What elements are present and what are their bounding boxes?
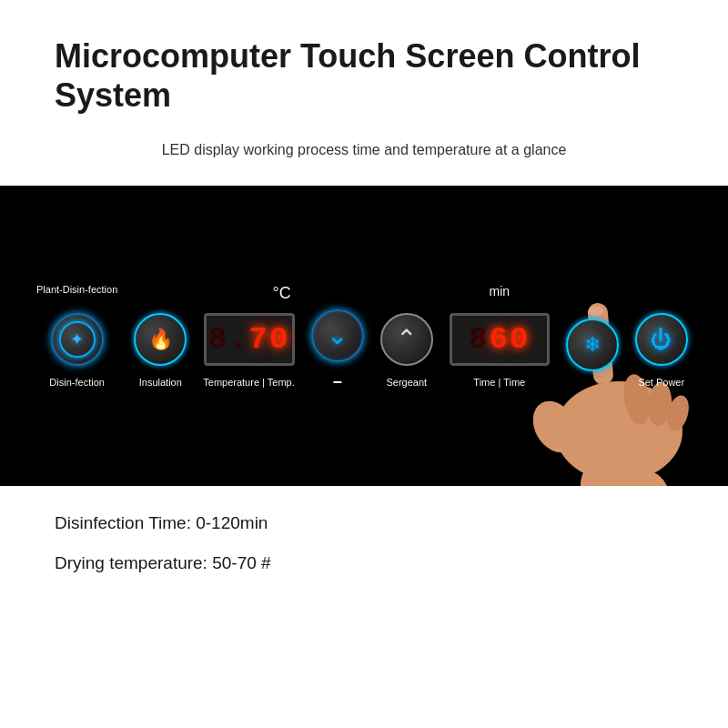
- temperature-label: Temperature | Temp.: [203, 377, 294, 389]
- disinfection-label: Disin-fection: [49, 377, 105, 389]
- insulation-group: Insulation: [134, 284, 187, 389]
- bottom-section: Disinfection Time: 0-120min Drying tempe…: [0, 486, 728, 728]
- time-group: min 860 Time | Time: [450, 284, 550, 389]
- celsius-unit: °C: [273, 284, 295, 306]
- spec-drying-temp: Drying temperature: 50-70 #: [55, 553, 673, 573]
- set-power-combined-label: Set Power: [638, 377, 684, 389]
- page-title: Microcomputer Touch Screen Control Syste…: [55, 36, 673, 115]
- sergeant-label: Sergeant: [386, 377, 427, 389]
- insulation-button[interactable]: [134, 313, 187, 366]
- disinfection-group: Plant-Disin-fection Disin-fection: [36, 284, 117, 389]
- disinfect-button[interactable]: [51, 313, 104, 366]
- temperature-group: °C 8.70 Temperature | Temp.: [203, 284, 294, 389]
- up-arrow-group: Sergeant: [380, 284, 433, 389]
- min-unit: min: [489, 284, 510, 306]
- minus-label: −: [332, 373, 342, 393]
- up-button[interactable]: [380, 313, 433, 366]
- page-subtitle: LED display working process time and tem…: [55, 142, 673, 158]
- time-label: Time | Time: [473, 377, 525, 389]
- spec-disinfection-time: Disinfection Time: 0-120min: [55, 513, 673, 533]
- down-arrow-group: −: [311, 280, 364, 393]
- page-container: Microcomputer Touch Screen Control Syste…: [0, 0, 728, 728]
- time-display: 860: [450, 313, 550, 366]
- led-temp-value: 8.70: [208, 324, 290, 355]
- led-time-value: 860: [469, 324, 530, 355]
- power-on-button[interactable]: [635, 313, 688, 366]
- temp-wrapper: 8.70: [204, 313, 295, 366]
- set-power-button[interactable]: [566, 318, 619, 371]
- control-panel: Plant-Disin-fection Disin-fection Insula…: [0, 186, 728, 486]
- power-on-group: Set Power: [635, 284, 688, 389]
- down-button[interactable]: [311, 309, 364, 362]
- set-power-group: [566, 289, 619, 382]
- plant-disinfection-label: Plant-Disin-fection: [36, 284, 117, 306]
- top-section: Microcomputer Touch Screen Control Syste…: [0, 0, 728, 186]
- controls-row: Plant-Disin-fection Disin-fection Insula…: [36, 280, 688, 393]
- temperature-display: 8.70: [204, 313, 295, 366]
- insulation-label: Insulation: [139, 377, 182, 389]
